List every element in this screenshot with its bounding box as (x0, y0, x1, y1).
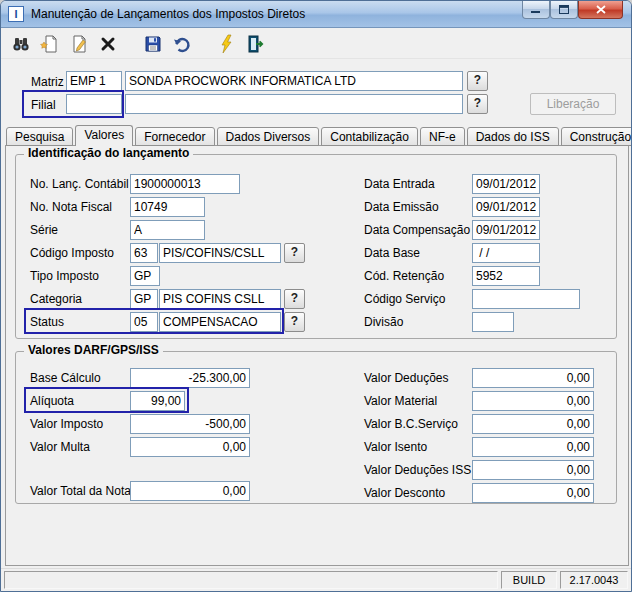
tipo-imposto-input[interactable] (130, 266, 160, 286)
search-button[interactable] (9, 32, 33, 56)
tipo-imposto-label: Tipo Imposto (30, 269, 99, 283)
statusbar-panel-empty (4, 571, 498, 589)
data-compensacao-label: Data Compensação (364, 223, 470, 237)
filial-name-input[interactable] (125, 94, 463, 114)
statusbar-version: 2.17.0043 (560, 571, 628, 589)
process-button[interactable] (215, 32, 239, 56)
data-entrada-label: Data Entrada (364, 177, 435, 191)
serie-label: Série (30, 223, 58, 237)
statusbar-build-label: BUILD (501, 571, 557, 589)
valor-isento-label: Valor Isento (364, 440, 427, 454)
maximize-icon (559, 5, 569, 14)
codigo-imposto-help-button[interactable]: ? (284, 243, 305, 263)
group-identificacao: Identificação do lançamento No. Lanç. Co… (15, 154, 617, 339)
base-calculo-input[interactable] (130, 368, 250, 388)
valor-bc-servico-input[interactable] (472, 414, 594, 434)
valor-isento-input[interactable] (472, 437, 594, 457)
matriz-label: Matriz (31, 75, 64, 89)
minimize-button[interactable] (522, 1, 550, 19)
aliquota-input[interactable] (130, 391, 185, 411)
valor-material-input[interactable] (472, 391, 594, 411)
delete-x-icon (98, 34, 118, 54)
exit-button[interactable] (244, 32, 268, 56)
status-desc-input[interactable] (159, 312, 281, 332)
valor-imposto-label: Valor Imposto (30, 417, 103, 431)
undo-arrow-icon (172, 34, 192, 54)
app-window: I Manutenção de Lançamentos dos Impostos… (0, 0, 632, 592)
status-bar: BUILD 2.17.0043 (1, 568, 631, 591)
exit-door-icon (246, 34, 266, 54)
maximize-button[interactable] (550, 1, 578, 19)
close-button[interactable] (578, 1, 623, 19)
categoria-code-input[interactable] (130, 289, 158, 309)
filial-help-button[interactable]: ? (467, 94, 488, 114)
filial-label: Filial (31, 98, 56, 112)
codigo-imposto-desc-input[interactable] (159, 243, 281, 263)
nota-fiscal-input[interactable] (130, 197, 205, 217)
codigo-imposto-label: Código Imposto (30, 246, 114, 260)
tab-dados-diversos[interactable]: Dados Diversos (217, 127, 320, 146)
cod-retencao-input[interactable] (472, 266, 540, 286)
valor-deducoes-input[interactable] (472, 368, 594, 388)
tab-valores[interactable]: Valores (75, 125, 133, 146)
delete-button[interactable] (96, 32, 120, 56)
lanc-contabil-label: No. Lanç. Contábil (30, 177, 129, 191)
matriz-name-input[interactable] (125, 71, 463, 91)
status-help-button[interactable]: ? (284, 312, 305, 332)
valor-deducoes-iss-input[interactable] (472, 460, 594, 480)
valor-total-nota-input[interactable] (130, 481, 250, 501)
valor-desconto-input[interactable] (472, 483, 594, 503)
new-button[interactable] (38, 32, 62, 56)
codigo-servico-label: Código Serviço (364, 292, 445, 306)
tab-fornecedor[interactable]: Fornecedor (135, 127, 214, 146)
group-valores-title: Valores DARF/GPS/ISS (24, 343, 163, 357)
valor-bc-servico-label: Valor B.C.Serviço (364, 417, 458, 431)
edit-document-icon (69, 34, 89, 54)
categoria-help-button[interactable]: ? (284, 289, 305, 309)
matriz-help-button[interactable]: ? (467, 71, 488, 91)
status-label: Status (30, 315, 64, 329)
data-base-input[interactable] (472, 243, 540, 263)
toolbar (1, 29, 631, 59)
valor-deducoes-iss-label: Valor Deduções ISS (364, 463, 471, 477)
valor-total-nota-label: Valor Total da Nota (30, 484, 131, 498)
nota-fiscal-label: No. Nota Fiscal (30, 200, 112, 214)
lightning-icon (217, 34, 237, 54)
floppy-disk-icon (143, 34, 163, 54)
categoria-desc-input[interactable] (159, 289, 281, 309)
codigo-servico-input[interactable] (472, 289, 580, 309)
valor-multa-label: Valor Multa (30, 440, 90, 454)
matriz-code-input[interactable] (66, 71, 122, 91)
tab-contabilizacao[interactable]: Contabilização (321, 127, 418, 146)
filial-code-input[interactable] (66, 94, 122, 114)
data-emissao-label: Data Emissão (364, 200, 439, 214)
tab-nfe[interactable]: NF-e (420, 127, 465, 146)
close-icon (596, 5, 606, 14)
data-emissao-input[interactable] (472, 197, 540, 217)
data-base-label: Data Base (364, 246, 420, 260)
edit-button[interactable] (67, 32, 91, 56)
divisao-input[interactable] (472, 312, 514, 332)
serie-input[interactable] (130, 220, 205, 240)
codigo-imposto-code-input[interactable] (130, 243, 158, 263)
status-code-input[interactable] (130, 312, 158, 332)
binoculars-icon (11, 34, 31, 54)
aliquota-label: Alíquota (30, 394, 74, 408)
tab-construcao-civil[interactable]: Construção Civil (561, 127, 632, 146)
valor-material-label: Valor Material (364, 394, 437, 408)
tab-dados-do-iss[interactable]: Dados do ISS (467, 127, 559, 146)
lanc-contabil-input[interactable] (130, 174, 240, 194)
valor-multa-input[interactable] (130, 437, 250, 457)
categoria-label: Categoria (30, 292, 82, 306)
tab-pesquisa[interactable]: Pesquisa (6, 127, 73, 146)
new-document-icon (40, 34, 60, 54)
valor-imposto-input[interactable] (130, 414, 250, 434)
minimize-icon (531, 5, 541, 14)
data-entrada-input[interactable] (472, 174, 540, 194)
save-button[interactable] (141, 32, 165, 56)
data-compensacao-input[interactable] (472, 220, 540, 240)
undo-button[interactable] (170, 32, 194, 56)
app-icon: I (8, 6, 24, 22)
liberacao-button[interactable]: Liberação (530, 93, 616, 115)
tab-bar: Pesquisa Valores Fornecedor Dados Divers… (6, 125, 632, 146)
